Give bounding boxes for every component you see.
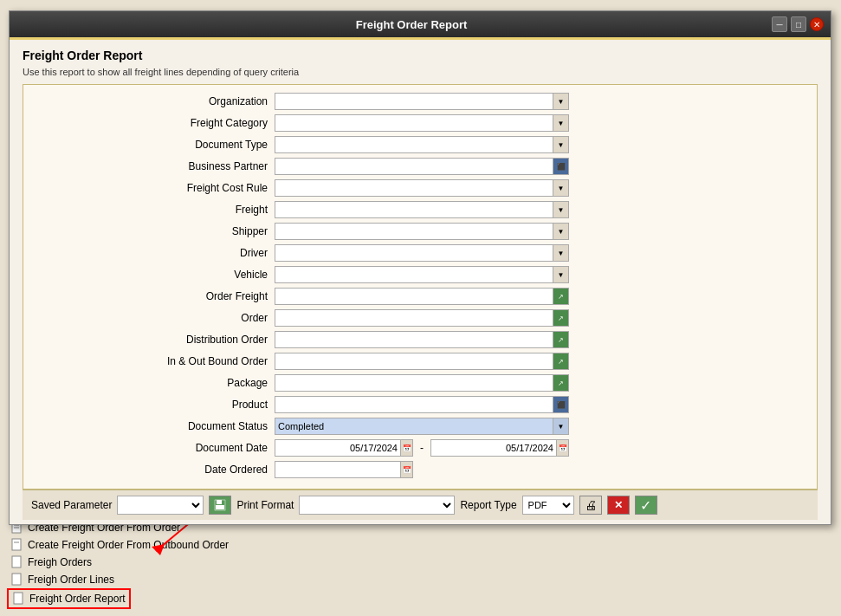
date-ordered-from[interactable]: 📅 — [275, 461, 413, 478]
doc-icon-3 — [10, 555, 24, 569]
vehicle-control: ▼ — [275, 266, 808, 283]
document-status-dropdown[interactable]: ▼ — [275, 418, 569, 435]
vehicle-dropdown-btn[interactable]: ▼ — [553, 267, 568, 282]
doc-icon-5 — [12, 592, 26, 606]
order-freight-field[interactable]: ↗ — [275, 288, 569, 305]
restore-button[interactable]: □ — [791, 16, 806, 32]
organization-input[interactable] — [275, 94, 553, 109]
driver-dropdown[interactable]: ▼ — [275, 244, 569, 262]
document-type-row: Document Type ▼ — [32, 135, 808, 154]
freight-cost-rule-dropdown-btn[interactable]: ▼ — [553, 180, 568, 196]
saved-parameter-select[interactable] — [117, 496, 204, 515]
organization-dropdown[interactable]: ▼ — [275, 93, 569, 110]
document-date-label: Document Date — [32, 442, 275, 454]
print-button[interactable]: 🖨 — [579, 496, 602, 515]
document-date-to-input[interactable] — [431, 443, 556, 453]
business-partner-input[interactable] — [275, 159, 553, 174]
shipper-dropdown-btn[interactable]: ▼ — [553, 224, 568, 239]
vehicle-dropdown[interactable]: ▼ — [275, 266, 569, 283]
order-freight-row: Order Freight ↗ — [32, 287, 808, 306]
shipper-control: ▼ — [275, 223, 808, 240]
order-row: Order ↗ — [32, 308, 808, 327]
menu-item-freight-order-report[interactable]: Freight Order Report — [7, 588, 131, 609]
dialog-heading: Freight Order Report — [23, 49, 818, 62]
freight-input[interactable] — [275, 202, 553, 217]
cancel-button[interactable]: ✕ — [607, 496, 630, 515]
in-out-bound-order-field[interactable]: ↗ — [275, 353, 569, 370]
freight-category-control: ▼ — [275, 114, 808, 132]
date-ordered-from-input[interactable] — [275, 464, 400, 475]
vehicle-input[interactable] — [275, 267, 553, 282]
order-freight-link-btn[interactable]: ↗ — [553, 289, 568, 304]
driver-input[interactable] — [275, 245, 553, 261]
document-type-dropdown[interactable]: ▼ — [275, 136, 569, 153]
print-format-label: Print Format — [236, 499, 294, 511]
freight-cost-rule-input[interactable] — [275, 180, 553, 196]
menu-item-create-freight-outbound[interactable]: Create Freight Order From Outbound Order — [7, 536, 340, 554]
document-date-from[interactable]: 📅 — [275, 439, 413, 457]
business-partner-lookup-btn[interactable]: ⬛ — [553, 159, 568, 174]
date-ordered-control: 📅 — [275, 461, 808, 478]
document-type-dropdown-btn[interactable]: ▼ — [553, 137, 568, 152]
package-link-btn[interactable]: ↗ — [553, 375, 568, 391]
product-lookup-btn[interactable]: ⬛ — [553, 397, 568, 412]
organization-dropdown-btn[interactable]: ▼ — [553, 94, 568, 109]
order-freight-input[interactable] — [275, 289, 553, 304]
in-out-bound-order-link-btn[interactable]: ↗ — [553, 353, 568, 369]
freight-dropdown-btn[interactable]: ▼ — [553, 202, 568, 217]
order-freight-label: Order Freight — [32, 290, 275, 302]
document-date-to[interactable]: 📅 — [430, 439, 569, 457]
document-date-from-calendar-btn[interactable]: 📅 — [400, 440, 412, 456]
minimize-button[interactable]: ─ — [772, 16, 787, 32]
date-ordered-row: Date Ordered 📅 — [32, 460, 808, 479]
product-label: Product — [32, 399, 275, 411]
document-type-input[interactable] — [275, 137, 553, 152]
order-field[interactable]: ↗ — [275, 309, 569, 327]
distribution-order-input[interactable] — [275, 332, 553, 347]
package-field[interactable]: ↗ — [275, 374, 569, 392]
title-bar: Freight Order Report ─ □ ✕ — [10, 11, 831, 37]
date-ordered-from-calendar-btn[interactable]: 📅 — [400, 462, 412, 477]
document-status-dropdown-btn[interactable]: ▼ — [553, 418, 568, 434]
menu-item-freigh-orders[interactable]: Freigh Orders — [7, 554, 340, 571]
product-field[interactable]: ⬛ — [275, 396, 569, 413]
distribution-order-field[interactable]: ↗ — [275, 331, 569, 348]
report-type-select[interactable]: PDF HTML CSV XLS — [522, 496, 574, 515]
saved-parameter-save-btn[interactable] — [209, 496, 231, 515]
document-type-label: Document Type — [32, 139, 275, 151]
document-status-input[interactable] — [275, 418, 553, 434]
svg-rect-7 — [14, 593, 23, 604]
shipper-row: Shipper ▼ — [32, 222, 808, 241]
freight-category-input[interactable] — [275, 115, 553, 131]
form-area: Organization ▼ Freight Category ▼ — [23, 84, 818, 490]
in-out-bound-order-input[interactable] — [275, 353, 553, 369]
freight-category-dropdown[interactable]: ▼ — [275, 114, 569, 132]
package-input[interactable] — [275, 375, 553, 391]
svg-rect-11 — [217, 500, 222, 504]
date-ordered-range: 📅 — [275, 461, 413, 478]
document-date-row: Document Date 📅 - 📅 — [32, 438, 808, 457]
product-input[interactable] — [275, 397, 553, 412]
distribution-order-link-btn[interactable]: ↗ — [553, 332, 568, 347]
driver-dropdown-btn[interactable]: ▼ — [553, 245, 568, 261]
order-input[interactable] — [275, 310, 553, 326]
shipper-dropdown[interactable]: ▼ — [275, 223, 569, 240]
dialog-title: Freight Order Report — [51, 18, 772, 31]
menu-item-freigh-order-lines[interactable]: Freigh Order Lines — [7, 571, 340, 588]
print-format-select[interactable] — [299, 496, 455, 515]
shipper-input[interactable] — [275, 224, 553, 239]
freight-category-dropdown-btn[interactable]: ▼ — [553, 115, 568, 131]
document-status-row: Document Status ▼ — [32, 417, 808, 436]
svg-rect-3 — [12, 539, 21, 550]
close-button[interactable]: ✕ — [810, 17, 824, 31]
freight-cost-rule-dropdown[interactable]: ▼ — [275, 179, 569, 197]
distribution-order-label: Distribution Order — [32, 334, 275, 346]
order-link-btn[interactable]: ↗ — [553, 310, 568, 326]
document-date-from-input[interactable] — [275, 443, 400, 453]
business-partner-field[interactable]: ⬛ — [275, 158, 569, 175]
freight-dropdown[interactable]: ▼ — [275, 201, 569, 218]
bottom-toolbar: Saved Parameter Print Format Report Type… — [23, 490, 818, 520]
ok-button[interactable]: ✓ — [635, 496, 657, 515]
in-out-bound-order-control: ↗ — [275, 353, 808, 370]
document-date-to-calendar-btn[interactable]: 📅 — [556, 440, 568, 456]
